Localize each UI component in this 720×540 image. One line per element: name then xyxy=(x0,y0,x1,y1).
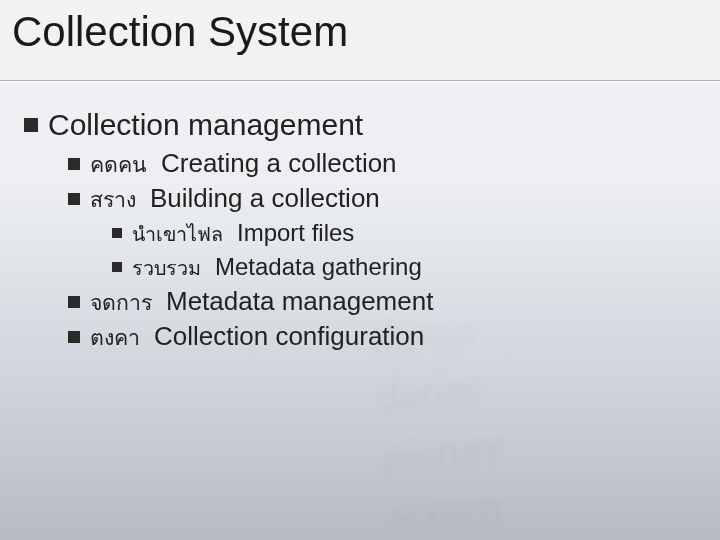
title-divider xyxy=(0,80,720,82)
slide-title: Collection System xyxy=(12,8,348,56)
square-bullet-icon xyxy=(112,228,122,238)
en-label: Metadata gathering xyxy=(215,253,422,280)
square-bullet-icon xyxy=(68,296,80,308)
list-item: นำเขาไฟลImport files xyxy=(112,218,696,250)
thai-label: คดคน xyxy=(90,153,147,177)
en-label: Import files xyxy=(237,219,354,246)
heading-text: Collection management xyxy=(48,108,363,141)
thai-label: จดการ xyxy=(90,291,152,315)
square-bullet-icon xyxy=(68,193,80,205)
list-item: สรางBuilding a collection xyxy=(68,183,696,216)
en-label: Building a collection xyxy=(150,183,380,213)
list-item: ตงคาCollection configuration xyxy=(68,321,696,354)
list-item: รวบรวมMetadata gathering xyxy=(112,252,696,284)
list-item: Collection management xyxy=(24,108,696,142)
thai-label: นำเขาไฟล xyxy=(132,223,223,245)
bg-word: screen xyxy=(386,449,720,540)
thai-label: สราง xyxy=(90,188,136,212)
bg-word: picture xyxy=(380,390,720,487)
square-bullet-icon xyxy=(68,158,80,170)
en-label: Collection configuration xyxy=(154,321,424,351)
square-bullet-icon xyxy=(112,262,122,272)
square-bullet-icon xyxy=(24,118,38,132)
thai-label: รวบรวม xyxy=(132,257,201,279)
square-bullet-icon xyxy=(68,331,80,343)
slide: Collection System things duties picture … xyxy=(0,0,720,540)
en-label: Creating a collection xyxy=(161,148,397,178)
slide-body: Collection management คดคนCreating a col… xyxy=(24,108,696,356)
thai-label: ตงคา xyxy=(90,326,140,350)
en-label: Metadata management xyxy=(166,286,433,316)
list-item: จดการMetadata management xyxy=(68,286,696,319)
list-item: คดคนCreating a collection xyxy=(68,148,696,181)
